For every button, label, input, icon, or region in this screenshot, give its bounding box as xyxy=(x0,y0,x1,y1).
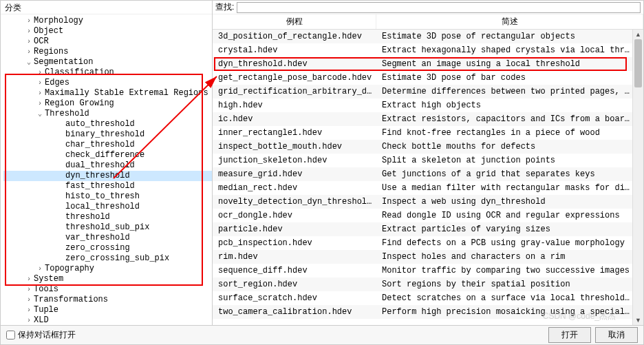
tree-item[interactable]: check_difference xyxy=(3,150,212,160)
scroll-thumb[interactable] xyxy=(634,39,642,87)
table-row[interactable]: crystal.hdevExtract hexagonally shaped c… xyxy=(213,43,632,57)
tree-item[interactable]: local_threshold xyxy=(3,202,212,212)
tree-item[interactable]: dyn_threshold xyxy=(3,171,212,181)
tree-item[interactable]: ⌄Threshold xyxy=(3,109,212,119)
vertical-scrollbar[interactable]: ▲ ▼ xyxy=(632,30,643,325)
search-input[interactable] xyxy=(237,2,641,13)
chevron-right-icon[interactable]: › xyxy=(24,36,34,47)
example-name: 3d_position_of_rectangle.hdev xyxy=(213,30,376,43)
tree-item-label: zero_crossing xyxy=(65,243,130,253)
cancel-button[interactable]: 取消 xyxy=(595,327,638,343)
tree-item[interactable]: auto_threshold xyxy=(3,119,212,129)
table-row[interactable]: ocr_dongle.hdevRead dongle ID using OCR … xyxy=(213,209,632,222)
tree-item[interactable]: ›Object xyxy=(3,26,212,36)
table-row[interactable]: ic.hdevExtract resistors, capacitors and… xyxy=(213,112,632,126)
tree-item[interactable]: dual_threshold xyxy=(3,160,212,171)
tree-item[interactable]: ›Transformations xyxy=(3,295,212,305)
table-row[interactable]: novelty_detection_dyn_threshold.hdevInsp… xyxy=(213,195,632,209)
tree-item[interactable]: ›System xyxy=(3,274,212,284)
tree-item-label: histo_to_thresh xyxy=(65,191,140,202)
chevron-right-icon[interactable]: › xyxy=(24,274,34,284)
example-name: surface_scratch.hdev xyxy=(213,291,376,305)
examples-panel: 查找: 例程 简述 3d_position_of_rectangle.hdevE… xyxy=(213,1,643,325)
example-name: pcb_inspection.hdev xyxy=(213,236,376,250)
chevron-right-icon[interactable]: › xyxy=(35,78,45,88)
keep-open-input[interactable] xyxy=(6,331,15,339)
table-row[interactable]: dyn_threshold.hdevSegment an image using… xyxy=(213,57,632,71)
chevron-right-icon[interactable]: › xyxy=(24,47,34,57)
open-button[interactable]: 打开 xyxy=(548,327,591,343)
tree-item-label: char_threshold xyxy=(65,140,135,150)
tree-item[interactable]: ›Topography xyxy=(3,264,212,274)
tree-item[interactable]: histo_to_thresh xyxy=(3,191,212,202)
table-row[interactable]: sort_region.hdevSort regions by their sp… xyxy=(213,278,632,291)
tree-item[interactable]: ›XLD xyxy=(3,315,212,325)
example-desc: Extract high objects xyxy=(376,98,632,112)
tree-item[interactable]: zero_crossing xyxy=(3,243,212,253)
tree-item[interactable]: threshold_sub_pix xyxy=(3,222,212,233)
keep-open-checkbox[interactable]: 保持对话框打开 xyxy=(6,329,76,341)
tree-item[interactable]: ›Tools xyxy=(3,284,212,295)
table-row[interactable]: get_rectangle_pose_barcode.hdevEstimate … xyxy=(213,71,632,85)
tree-item[interactable]: ›Edges xyxy=(3,78,212,88)
table-row[interactable]: inspect_bottle_mouth.hdevCheck bottle mo… xyxy=(213,140,632,154)
tree-item[interactable]: ›Morphology xyxy=(3,16,212,26)
example-desc: Monitor traffic by comparing two success… xyxy=(376,264,632,278)
table-row[interactable]: median_rect.hdevUse a median filter with… xyxy=(213,181,632,195)
tree-item[interactable]: ›Regions xyxy=(3,47,212,57)
chevron-right-icon[interactable]: › xyxy=(35,67,45,78)
scroll-down-icon[interactable]: ▼ xyxy=(633,315,643,325)
tree-item-label: check_difference xyxy=(65,150,144,160)
table-row[interactable]: 3d_position_of_rectangle.hdevEstimate 3D… xyxy=(213,30,632,43)
tree-item[interactable]: ›OCR xyxy=(3,36,212,47)
chevron-right-icon[interactable]: › xyxy=(35,88,45,98)
table-row[interactable]: sequence_diff.hdevMonitor traffic by com… xyxy=(213,264,632,278)
table-row[interactable]: surface_scratch.hdevDetect scratches on … xyxy=(213,291,632,305)
tree-item[interactable]: char_threshold xyxy=(3,140,212,150)
scroll-up-icon[interactable]: ▲ xyxy=(633,30,643,39)
table-row[interactable]: rim.hdevInspect holes and characters on … xyxy=(213,250,632,264)
chevron-right-icon[interactable]: › xyxy=(24,26,34,36)
tree-item-label: dual_threshold xyxy=(65,160,135,171)
chevron-down-icon[interactable]: ⌄ xyxy=(24,57,34,67)
chevron-right-icon[interactable]: › xyxy=(24,16,34,26)
tree-item[interactable]: var_threshold xyxy=(3,233,212,243)
tree-item[interactable]: ›Maximally Stable Extremal Regions xyxy=(3,88,212,98)
example-desc: Extract particles of varying sizes xyxy=(376,222,632,236)
column-example[interactable]: 例程 xyxy=(213,14,376,29)
tree-item[interactable]: ›Tuple xyxy=(3,305,212,315)
tree-item[interactable]: ⌄Segmentation xyxy=(3,57,212,67)
column-description[interactable]: 简述 xyxy=(376,14,643,29)
tree-item[interactable]: ›Region Growing xyxy=(3,98,212,109)
chevron-right-icon[interactable]: › xyxy=(24,315,34,325)
table-row[interactable]: measure_grid.hdevGet junctions of a grid… xyxy=(213,167,632,181)
examples-table[interactable]: 3d_position_of_rectangle.hdevEstimate 3D… xyxy=(213,30,632,325)
table-row[interactable]: high.hdevExtract high objects xyxy=(213,98,632,112)
tree-item-label: Edges xyxy=(45,78,69,88)
example-desc: Split a skeleton at junction points xyxy=(376,154,632,167)
example-name: dyn_threshold.hdev xyxy=(213,57,376,71)
chevron-right-icon[interactable]: › xyxy=(24,295,34,305)
tree-item-label: Maximally Stable Extremal Regions xyxy=(45,88,208,98)
table-row[interactable]: junction_skeleton.hdevSplit a skeleton a… xyxy=(213,154,632,167)
table-row[interactable]: inner_rectangle1.hdevFind knot-free rect… xyxy=(213,126,632,140)
tree-item[interactable]: threshold xyxy=(3,212,212,222)
category-tree[interactable]: ›Morphology›Object›OCR›Regions⌄Segmentat… xyxy=(1,14,212,325)
tree-item-label: local_threshold xyxy=(65,202,140,212)
search-label: 查找: xyxy=(215,1,234,13)
tree-item[interactable]: binary_threshold xyxy=(3,129,212,140)
chevron-down-icon[interactable]: ⌄ xyxy=(35,109,45,119)
table-row[interactable]: pcb_inspection.hdevFind defects on a PCB… xyxy=(213,236,632,250)
chevron-right-icon[interactable]: › xyxy=(35,98,45,109)
table-row[interactable]: particle.hdevExtract particles of varyin… xyxy=(213,222,632,236)
chevron-right-icon[interactable]: › xyxy=(24,284,34,295)
tree-item-label: fast_threshold xyxy=(65,181,135,191)
chevron-right-icon[interactable]: › xyxy=(35,264,45,274)
tree-item[interactable]: zero_crossing_sub_pix xyxy=(3,253,212,264)
tree-item[interactable]: fast_threshold xyxy=(3,181,212,191)
example-name: get_rectangle_pose_barcode.hdev xyxy=(213,71,376,85)
tree-item[interactable]: ›Classification xyxy=(3,67,212,78)
tree-item-label: var_threshold xyxy=(65,233,130,243)
table-row[interactable]: grid_rectification_arbitrary_distorti…De… xyxy=(213,85,632,98)
chevron-right-icon[interactable]: › xyxy=(24,305,34,315)
